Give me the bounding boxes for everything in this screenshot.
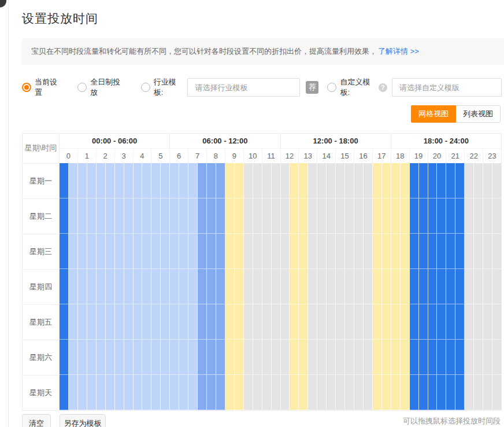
time-slot[interactable] xyxy=(299,234,308,269)
time-slot[interactable] xyxy=(327,163,336,198)
time-slot[interactable] xyxy=(170,234,179,269)
time-slot[interactable] xyxy=(391,198,401,234)
time-slot[interactable] xyxy=(483,340,492,375)
time-slot[interactable] xyxy=(124,269,134,304)
time-slot[interactable] xyxy=(170,375,179,410)
time-slot[interactable] xyxy=(216,340,225,375)
time-slot[interactable] xyxy=(290,234,299,269)
time-slot[interactable] xyxy=(87,269,97,304)
time-slot[interactable] xyxy=(308,234,317,269)
time-slot[interactable] xyxy=(253,304,262,340)
time-slot[interactable] xyxy=(474,269,483,304)
time-slot[interactable] xyxy=(410,340,419,375)
time-slot[interactable] xyxy=(253,198,262,234)
time-slot[interactable] xyxy=(492,198,501,234)
time-slot[interactable] xyxy=(235,375,244,410)
time-slot[interactable] xyxy=(299,375,308,410)
time-slot[interactable] xyxy=(364,375,373,410)
time-slot[interactable] xyxy=(106,304,115,340)
time-slot[interactable] xyxy=(60,269,69,304)
time-slot[interactable] xyxy=(216,234,225,269)
time-slot[interactable] xyxy=(151,198,161,234)
time-slot[interactable] xyxy=(151,340,161,375)
time-slot[interactable] xyxy=(151,269,161,304)
time-slot[interactable] xyxy=(455,163,465,198)
time-slot[interactable] xyxy=(97,163,106,198)
time-slot[interactable] xyxy=(373,198,382,234)
time-slot[interactable] xyxy=(161,234,170,269)
time-slot[interactable] xyxy=(170,269,179,304)
time-slot[interactable] xyxy=(437,375,446,410)
time-slot[interactable] xyxy=(106,198,115,234)
time-slot[interactable] xyxy=(225,163,235,198)
time-slot[interactable] xyxy=(216,375,225,410)
time-slot[interactable] xyxy=(290,375,299,410)
time-slot[interactable] xyxy=(419,234,428,269)
time-slot[interactable] xyxy=(308,375,317,410)
time-slot[interactable] xyxy=(244,375,253,410)
time-slot[interactable] xyxy=(465,340,474,375)
time-slot[interactable] xyxy=(474,340,483,375)
time-slot[interactable] xyxy=(97,269,106,304)
time-slot[interactable] xyxy=(354,304,364,340)
time-slot[interactable] xyxy=(188,163,198,198)
time-slot[interactable] xyxy=(345,234,354,269)
time-slot[interactable] xyxy=(401,304,410,340)
time-slot[interactable] xyxy=(474,198,483,234)
time-slot[interactable] xyxy=(87,375,97,410)
time-slot[interactable] xyxy=(78,234,87,269)
time-slot[interactable] xyxy=(244,269,253,304)
time-slot[interactable] xyxy=(391,340,401,375)
time-slot[interactable] xyxy=(401,198,410,234)
time-slot[interactable] xyxy=(207,234,216,269)
time-slot[interactable] xyxy=(262,304,272,340)
time-slot[interactable] xyxy=(455,198,465,234)
time-slot[interactable] xyxy=(161,198,170,234)
time-slot[interactable] xyxy=(299,269,308,304)
time-slot[interactable] xyxy=(336,340,345,375)
time-slot[interactable] xyxy=(483,304,492,340)
time-slot[interactable] xyxy=(272,375,281,410)
time-slot[interactable] xyxy=(60,304,69,340)
time-slot[interactable] xyxy=(327,269,336,304)
time-slot[interactable] xyxy=(115,234,124,269)
time-slot[interactable] xyxy=(60,234,69,269)
time-slot[interactable] xyxy=(317,198,327,234)
time-slot[interactable] xyxy=(410,234,419,269)
time-slot[interactable] xyxy=(97,234,106,269)
time-slot[interactable] xyxy=(124,340,134,375)
time-slot[interactable] xyxy=(308,163,317,198)
time-slot[interactable] xyxy=(179,269,188,304)
radio-custom-template[interactable]: 自定义模板: ? xyxy=(327,77,387,98)
time-slot[interactable] xyxy=(336,304,345,340)
time-slot[interactable] xyxy=(446,198,455,234)
time-slot[interactable] xyxy=(373,269,382,304)
time-slot[interactable] xyxy=(354,340,364,375)
time-slot[interactable] xyxy=(474,234,483,269)
time-slot[interactable] xyxy=(78,198,87,234)
time-slot[interactable] xyxy=(161,163,170,198)
time-slot[interactable] xyxy=(69,375,78,410)
time-slot[interactable] xyxy=(262,340,272,375)
time-slot[interactable] xyxy=(207,304,216,340)
time-slot[interactable] xyxy=(336,234,345,269)
time-slot[interactable] xyxy=(455,340,465,375)
time-slot[interactable] xyxy=(124,234,134,269)
grid-view-button[interactable]: 网格视图 xyxy=(411,105,456,123)
time-slot[interactable] xyxy=(207,269,216,304)
time-slot[interactable] xyxy=(483,375,492,410)
time-slot[interactable] xyxy=(115,269,124,304)
help-icon[interactable]: ? xyxy=(379,83,387,92)
time-slot[interactable] xyxy=(272,198,281,234)
time-slot[interactable] xyxy=(290,198,299,234)
time-slot[interactable] xyxy=(419,163,428,198)
time-slot[interactable] xyxy=(253,340,262,375)
time-slot[interactable] xyxy=(428,304,438,340)
time-slot[interactable] xyxy=(290,163,299,198)
time-slot[interactable] xyxy=(483,269,492,304)
time-slot[interactable] xyxy=(382,198,391,234)
time-slot[interactable] xyxy=(465,375,474,410)
time-slot[interactable] xyxy=(317,163,327,198)
time-slot[interactable] xyxy=(483,163,492,198)
time-slot[interactable] xyxy=(455,375,465,410)
